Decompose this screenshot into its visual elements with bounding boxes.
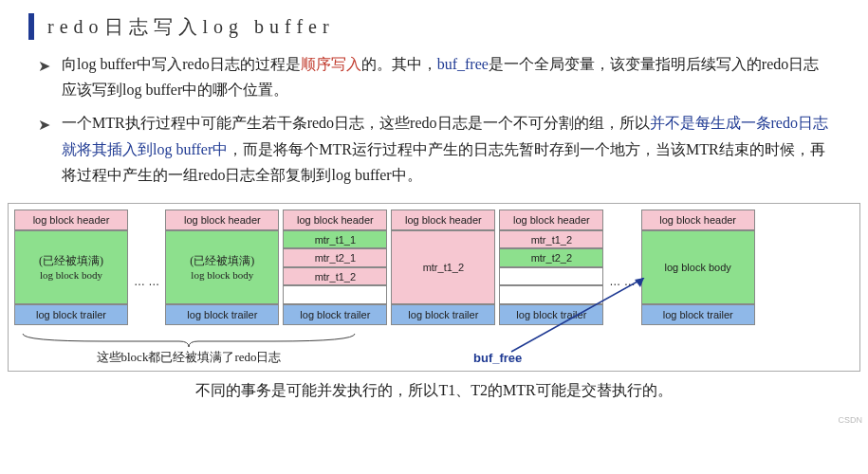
ellipsis: … …: [132, 275, 161, 288]
title-accent-bar: [28, 13, 34, 40]
brace-label: 这些block都已经被填满了redo日志: [18, 349, 360, 366]
log-block-filled-2: log block header (已经被填满) log block body …: [165, 210, 279, 325]
arrow-icon: ➤: [38, 112, 50, 190]
block-header: log block header: [283, 210, 387, 230]
log-block-filled-1: log block header (已经被填满) log block body …: [14, 210, 128, 325]
bullet-1-text: 向log buffer中写入redo日志的过程是顺序写入的。其中，buf_fre…: [62, 51, 830, 102]
log-block-mtr-1: log block header mtr_t1_1 mtr_t2_1 mtr_t…: [283, 210, 387, 325]
brace-icon: [18, 332, 360, 349]
bullet-list: ➤ 向log buffer中写入redo日志的过程是顺序写入的。其中，buf_f…: [0, 51, 868, 203]
bullet-1: ➤ 向log buffer中写入redo日志的过程是顺序写入的。其中，buf_f…: [38, 51, 830, 102]
mtr-row: mtr_t2_1: [283, 248, 387, 267]
bullet-2-text: 一个MTR执行过程中可能产生若干条redo日志，这些redo日志是一个不可分割的…: [62, 110, 830, 188]
mtr-row: mtr_t1_2: [391, 230, 495, 304]
block-trailer: log block trailer: [14, 304, 128, 325]
highlight-blue: buf_free: [437, 56, 489, 72]
block-trailer: log block trailer: [165, 304, 279, 325]
mtr-row: mtr_t2_2: [499, 248, 603, 267]
title-area: redo日志写入log buffer: [0, 0, 868, 47]
watermark: CSDN: [838, 415, 862, 425]
block-header: log block header: [391, 210, 495, 230]
block-header: log block header: [165, 210, 279, 230]
mtr-row: [283, 285, 387, 304]
bottom-note: 不同的事务是可能并发执行的，所以T1、T2的MTR可能是交替执行的。: [0, 372, 868, 401]
mtr-row: mtr_t1_2: [283, 267, 387, 286]
mtr-row: mtr_t1_1: [283, 230, 387, 249]
block-header: log block header: [499, 210, 603, 230]
brace-annotation: 这些block都已经被填满了redo日志: [18, 332, 360, 366]
block-header: log block header: [641, 210, 755, 230]
buf-free-label: buf_free: [473, 351, 522, 365]
block-trailer: log block trailer: [391, 304, 495, 325]
block-trailer: log block trailer: [283, 304, 387, 325]
block-header: log block header: [14, 210, 128, 230]
svg-line-0: [511, 278, 644, 352]
page-title: redo日志写入log buffer: [47, 14, 335, 40]
bullet-2: ➤ 一个MTR执行过程中可能产生若干条redo日志，这些redo日志是一个不可分…: [38, 110, 830, 188]
block-body-filled: (已经被填满) log block body: [165, 230, 279, 304]
highlight-red: 顺序写入: [301, 56, 361, 72]
log-buffer-diagram: log block header (已经被填满) log block body …: [8, 203, 860, 372]
log-block-mtr-2: log block header mtr_t1_2 log block trai…: [391, 210, 495, 325]
block-body-filled: (已经被填满) log block body: [14, 230, 128, 304]
arrow-icon: ➤: [38, 53, 50, 104]
mtr-row: mtr_t1_2: [499, 230, 603, 249]
arrow-icon: [483, 278, 711, 354]
